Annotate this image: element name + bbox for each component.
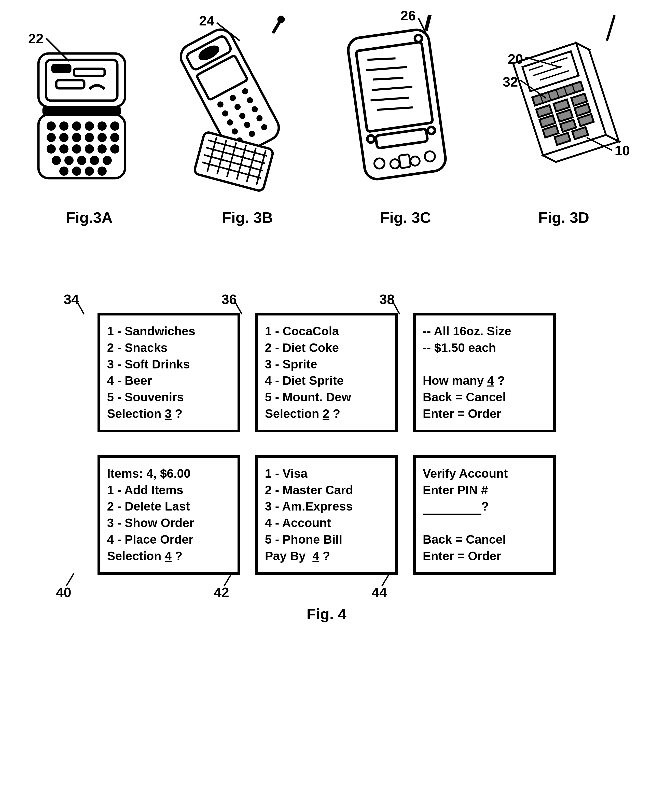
svg-point-85	[424, 151, 436, 162]
svg-point-10	[72, 121, 81, 131]
svg-point-12	[98, 121, 107, 131]
svg-point-83	[390, 159, 400, 169]
s34-l3: 3 - Soft Drinks	[107, 356, 230, 373]
svg-point-14	[47, 133, 56, 142]
svg-point-45	[221, 109, 229, 118]
svg-point-80	[427, 127, 436, 135]
svg-line-90	[607, 15, 615, 41]
ref-40: 40	[56, 585, 71, 600]
svg-point-78	[415, 34, 423, 43]
s44-blank: ?	[423, 498, 546, 515]
svg-point-19	[110, 133, 119, 142]
svg-point-52	[243, 121, 251, 129]
ref-36: 36	[221, 291, 237, 307]
s40-header: Items: 4, $6.00	[107, 466, 230, 482]
device-captions: Fig.3A Fig. 3B Fig. 3C Fig. 3D	[10, 209, 643, 226]
s36-l1: 1 - CocaCola	[265, 323, 388, 340]
svg-line-74	[373, 75, 403, 82]
svg-point-37	[279, 17, 284, 22]
screen-44: Verify Account Enter PIN # ? Back = Canc…	[413, 455, 556, 575]
svg-point-34	[98, 166, 107, 176]
device-24: 24	[174, 15, 296, 198]
screen-42: 1 - Visa 2 - Master Card 3 - Am.Express …	[255, 455, 398, 575]
svg-point-31	[60, 166, 69, 176]
svg-point-47	[246, 96, 254, 104]
s38-t2: -- $1.50 each	[423, 340, 546, 356]
ref-22: 22	[28, 31, 44, 46]
s44-t1: Verify Account	[423, 466, 546, 482]
ref-34: 34	[64, 291, 79, 307]
s38-b2: Enter = Order	[423, 406, 546, 422]
flip-phone-icon	[174, 15, 296, 198]
ref-24: 24	[199, 13, 214, 29]
s40-l3: 3 - Show Order	[107, 515, 230, 531]
svg-point-16	[72, 133, 81, 142]
screen-40: Items: 4, $6.00 1 - Add Items 2 - Delete…	[98, 455, 240, 575]
svg-point-24	[98, 144, 107, 154]
svg-point-28	[77, 156, 86, 165]
svg-point-46	[233, 102, 242, 111]
svg-line-77	[377, 105, 413, 112]
s38-t1: -- All 16oz. Size	[423, 323, 546, 340]
device-22: 22	[31, 15, 133, 198]
s40-l4: 4 - Place Order	[107, 531, 230, 548]
svg-point-55	[248, 130, 256, 138]
caption-3c: Fig. 3C	[345, 209, 467, 226]
svg-point-11	[85, 121, 94, 131]
svg-line-75	[372, 84, 412, 92]
svg-point-15	[60, 133, 69, 142]
s40-l1: 1 - Add Items	[107, 482, 230, 499]
svg-point-26	[52, 156, 61, 165]
svg-point-56	[260, 123, 269, 131]
svg-point-84	[410, 156, 420, 166]
svg-rect-4	[74, 69, 105, 76]
svg-point-33	[85, 166, 94, 176]
ref-42: 42	[214, 585, 229, 600]
svg-point-21	[60, 144, 69, 154]
svg-rect-3	[52, 65, 70, 72]
s36-l3: 3 - Sprite	[265, 356, 388, 373]
s34-l1: 1 - Sandwiches	[107, 323, 230, 340]
s36-l4: 4 - Diet Sprite	[265, 372, 388, 389]
svg-line-72	[368, 56, 395, 62]
svg-point-79	[367, 135, 375, 143]
device-10: 20 32 10	[500, 15, 622, 198]
s44-t2: Enter PIN #	[423, 482, 546, 499]
svg-point-53	[255, 114, 264, 122]
svg-point-27	[64, 156, 73, 165]
s36-prompt: Selection 2 ?	[265, 406, 388, 422]
svg-rect-41	[196, 55, 248, 100]
ref-26: 26	[400, 8, 416, 23]
svg-point-13	[110, 121, 119, 131]
svg-point-48	[226, 118, 234, 127]
ref-20: 20	[508, 51, 523, 67]
s44-b2: Enter = Order	[423, 548, 546, 565]
s38-prompt: How many 4 ?	[423, 372, 546, 389]
caption-3d: Fig. 3D	[502, 209, 625, 226]
ref-44: 44	[372, 585, 387, 600]
s42-l2: 2 - Master Card	[265, 482, 388, 499]
s42-l4: 4 - Account	[265, 515, 388, 531]
svg-point-43	[229, 94, 237, 102]
svg-line-76	[371, 95, 409, 103]
s42-l3: 3 - Am.Express	[265, 498, 388, 515]
caption-3b: Fig. 3B	[186, 209, 308, 226]
s38-b1: Back = Cancel	[423, 389, 546, 406]
svg-rect-57	[194, 131, 274, 192]
caption-3a: Fig.3A	[28, 209, 151, 226]
s34-l5: 5 - Souvenirs	[107, 389, 230, 406]
s34-l4: 4 - Beer	[107, 372, 230, 389]
svg-line-69	[426, 15, 431, 31]
svg-point-44	[241, 87, 249, 95]
pda-icon	[337, 15, 459, 198]
svg-point-50	[250, 105, 259, 113]
ref-10: 10	[615, 143, 630, 159]
caption-fig4: Fig. 4	[10, 605, 643, 623]
screen-grid: 34 36 38 1 - Sandwiches 2 - Snacks 3 - S…	[10, 313, 643, 575]
s42-prompt: Pay By 4 ?	[265, 548, 388, 565]
svg-point-9	[60, 121, 69, 131]
svg-rect-86	[399, 154, 411, 168]
s42-l1: 1 - Visa	[265, 466, 388, 482]
svg-point-20	[47, 144, 56, 154]
s36-l5: 5 - Mount. Dew	[265, 389, 388, 406]
